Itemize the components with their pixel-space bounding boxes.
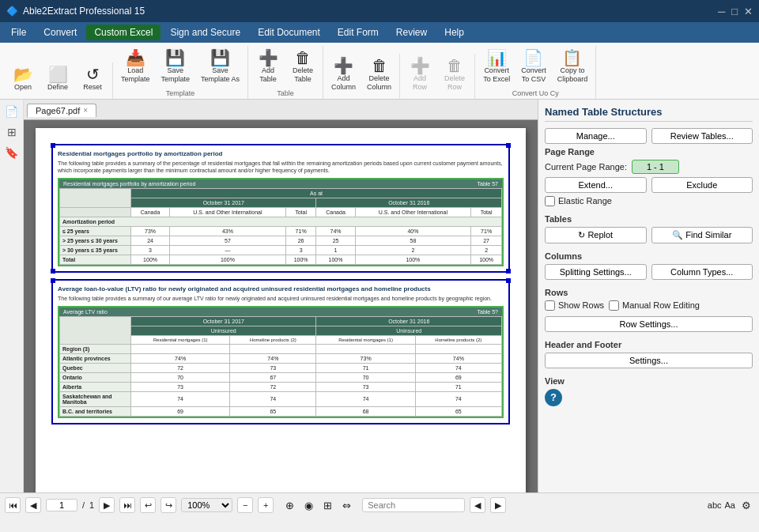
menu-sign-secure[interactable]: Sign and Secure: [162, 25, 248, 40]
undo-button[interactable]: ↩: [140, 497, 156, 513]
doc-tab-page67[interactable]: Page67.pdf ×: [27, 104, 96, 117]
doc-tab-close[interactable]: ×: [83, 106, 88, 115]
find-similar-button[interactable]: 🔍 Find Similar: [651, 227, 753, 243]
add-column-button[interactable]: ➕ AddColumn: [327, 54, 361, 96]
table1-row0: Amortization period: [60, 217, 502, 227]
splitting-settings-button[interactable]: Splitting Settings...: [545, 264, 647, 280]
delete-table-button[interactable]: 🗑 DeleteTable: [286, 46, 319, 88]
table2-data-table: October 31 2017 October 31 2016 Uninsure…: [59, 316, 502, 417]
table1-as-at: As at: [131, 189, 502, 198]
exclude-button[interactable]: Exclude: [651, 177, 753, 193]
manual-row-editing-checkbox[interactable]: [609, 300, 619, 311]
handle-bl: [51, 269, 55, 274]
add-column-label: AddColumn: [331, 74, 356, 92]
menu-file[interactable]: File: [3, 25, 34, 40]
table2-oct2017: October 31 2017: [131, 316, 316, 326]
load-template-button[interactable]: 📥 LoadTemplate: [116, 46, 155, 88]
sidebar-grid-icon[interactable]: ⊞: [3, 123, 21, 141]
open-button[interactable]: 📂 Open: [6, 62, 40, 96]
document-tabs: Page67.pdf ×: [24, 100, 538, 120]
delete-row-icon: 🗑: [447, 58, 463, 74]
nav-prev-button[interactable]: ◀: [25, 497, 41, 513]
show-rows-label: Show Rows: [558, 300, 604, 310]
menu-edit-document[interactable]: Edit Document: [250, 25, 328, 40]
save-template-as-label: SaveTemplate As: [201, 66, 240, 84]
maximize-button[interactable]: □: [731, 6, 738, 17]
close-button[interactable]: ✕: [744, 6, 753, 17]
column-types-button[interactable]: Column Types...: [651, 264, 753, 280]
table2-uninsured1: Uninsured: [131, 326, 316, 335]
view-section-title: View: [545, 376, 753, 386]
nav-last-button[interactable]: ⏭: [119, 497, 135, 513]
view-page-icon[interactable]: ⊞: [319, 497, 335, 513]
search-input[interactable]: [362, 498, 465, 512]
delete-column-button[interactable]: 🗑 DeleteColumn: [362, 54, 396, 96]
ribbon-buttons-row: ➕ AddRow 🗑 DeleteRow: [403, 54, 471, 96]
document-page: Residential mortgages portfolio by amort…: [36, 128, 526, 492]
ribbon-group-file: 📂 Open ⬜ Define ↺ Reset: [3, 62, 113, 99]
add-table-button[interactable]: ➕ AddTable: [251, 46, 285, 88]
table1-oct2016: October 31 2016: [316, 198, 502, 208]
save-template-label: SaveTemplate: [161, 66, 191, 84]
nav-next-button[interactable]: ▶: [99, 497, 115, 513]
replot-button[interactable]: ↻ Replot: [545, 227, 647, 243]
menu-help[interactable]: Help: [436, 25, 472, 40]
view-spread-icon[interactable]: ⇔: [338, 497, 354, 513]
table1-caption: Residential mortgages portfolio by amort…: [59, 179, 502, 188]
table2-caption-text: Average LTV ratio: [63, 309, 108, 315]
delete-row-button[interactable]: 🗑 DeleteRow: [438, 54, 471, 96]
menu-convert[interactable]: Convert: [36, 25, 85, 40]
table2-caption: Average LTV ratio Table 5?: [59, 308, 502, 316]
save-template-button[interactable]: 💾 SaveTemplate: [157, 46, 195, 88]
extend-button[interactable]: Extend...: [545, 177, 647, 193]
menu-custom-excel[interactable]: Custom Excel: [86, 25, 160, 40]
columns-section: Columns Splitting Settings... Column Typ…: [545, 251, 753, 280]
manage-button[interactable]: Manage...: [545, 128, 647, 144]
table1-number: Table 57: [478, 181, 498, 187]
convert-excel-label: ConvertTo Excel: [483, 66, 510, 84]
search-prev-button[interactable]: ◀: [470, 497, 485, 513]
menu-edit-form[interactable]: Edit Form: [330, 25, 387, 40]
save-template-as-button[interactable]: 💾 SaveTemplate As: [196, 46, 244, 88]
window-buttons[interactable]: ─ □ ✕: [718, 6, 753, 17]
view-fit-icon[interactable]: ⊕: [281, 497, 297, 513]
minimize-button[interactable]: ─: [718, 6, 725, 17]
view-actual-icon[interactable]: ◉: [300, 497, 316, 513]
table2-row0: Region (3): [60, 344, 131, 353]
table1-col1: Canada: [131, 208, 170, 217]
ribbon-group-label-convert: Convert Uo Cy: [512, 89, 559, 97]
settings-icon[interactable]: ⚙: [738, 497, 754, 513]
add-row-button[interactable]: ➕ AddRow: [403, 54, 436, 96]
page-number-input[interactable]: [46, 499, 77, 511]
table1-row3: > 30 years ≤ 35 years: [60, 246, 131, 255]
search-next-button[interactable]: ▶: [490, 497, 506, 513]
hf-settings-button[interactable]: Settings...: [545, 353, 753, 368]
redo-button[interactable]: ↪: [160, 497, 176, 513]
row-settings-button[interactable]: Row Settings...: [545, 316, 753, 332]
doc-tab-name: Page67.pdf: [36, 106, 80, 115]
sidebar-bookmark-icon[interactable]: 🔖: [3, 144, 21, 161]
view-mode-icons: ⊕ ◉ ⊞ ⇔: [281, 497, 354, 513]
zoom-select[interactable]: 100% 75% 150%: [181, 498, 232, 512]
table1-row2: > 25 years ≤ 30 years: [60, 236, 131, 246]
sidebar-page-icon[interactable]: 📄: [3, 103, 21, 120]
help-button[interactable]: ?: [545, 389, 562, 406]
reset-button[interactable]: ↺ Reset: [76, 62, 109, 96]
review-tables-button[interactable]: Review Tables...: [651, 128, 753, 144]
zoom-in-button[interactable]: +: [258, 497, 274, 513]
copy-clipboard-button[interactable]: 📋 Copy toClipboard: [553, 46, 593, 88]
menu-review[interactable]: Review: [388, 25, 435, 40]
reset-icon: ↺: [86, 66, 100, 82]
show-rows-checkbox[interactable]: [545, 300, 555, 311]
define-button[interactable]: ⬜ Define: [41, 62, 74, 96]
zoom-out-button[interactable]: −: [237, 497, 253, 513]
document-scroll[interactable]: Residential mortgages portfolio by amort…: [24, 120, 538, 492]
convert-csv-button[interactable]: 📄 ConvertTo CSV: [516, 46, 551, 88]
convert-excel-button[interactable]: 📊 ConvertTo Excel: [478, 46, 515, 88]
table2-row2: Quebec: [60, 363, 131, 372]
current-page-range-input[interactable]: [632, 160, 679, 174]
elastic-range-checkbox[interactable]: [545, 196, 555, 206]
replot-findsimilar-row: ↻ Replot 🔍 Find Similar: [545, 227, 753, 243]
table2-oct2016: October 31 2016: [316, 316, 502, 326]
nav-first-button[interactable]: ⏮: [5, 497, 21, 513]
